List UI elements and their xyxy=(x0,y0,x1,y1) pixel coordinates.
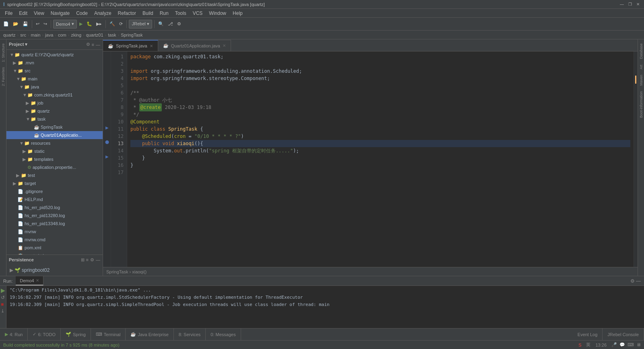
tab-quartz01app-close[interactable]: ✕ xyxy=(223,43,226,48)
config-dropdown[interactable]: Demo4 ▾ xyxy=(53,20,77,29)
tree-item-quartz-root[interactable]: ▼ 📁 quartz E:\Y2\Quartz\quartz xyxy=(6,51,103,59)
run-stop-button[interactable]: ■ xyxy=(1,302,5,307)
tree-item-job[interactable]: ▶ 📁 job xyxy=(6,99,103,107)
tree-item-target[interactable]: ▶ 📁 target xyxy=(6,179,103,187)
right-vtab-art[interactable]: Art xyxy=(638,62,644,72)
run-settings-icon[interactable]: ⚙ xyxy=(630,278,635,284)
maximize-button[interactable]: ❐ xyxy=(627,2,633,7)
menu-item-refactor[interactable]: Refactor xyxy=(115,10,139,17)
menu-item-build[interactable]: Build xyxy=(139,10,157,17)
tree-item-static[interactable]: ▶ 📁 static xyxy=(6,147,103,155)
tree-item-quartz-iml[interactable]: ▶ 📋 quartz.iml xyxy=(6,252,103,255)
settings-button[interactable]: ⚙ xyxy=(175,19,183,29)
search-button[interactable]: 🔍 xyxy=(157,19,165,29)
bc-src[interactable]: src xyxy=(20,33,26,37)
bc-quartz[interactable]: quartz xyxy=(3,33,16,37)
minimize-button[interactable]: — xyxy=(619,2,625,7)
rebuild-button[interactable]: ⟳ xyxy=(118,19,124,29)
tree-item-main[interactable]: ▼ 📁 main xyxy=(6,75,103,83)
menu-item-window[interactable]: Window xyxy=(206,10,229,17)
debug-button[interactable]: 🐛 xyxy=(85,19,94,29)
run-rerun-button[interactable]: ↺ xyxy=(1,295,5,300)
tree-item-com-zking[interactable]: ▼ 📁 com.zking.quartz01 xyxy=(6,91,103,99)
right-vtab-maven[interactable]: Maven xyxy=(638,72,644,88)
tree-item-templates[interactable]: ▶ 📁 templates xyxy=(6,155,103,163)
bc-com[interactable]: com xyxy=(58,33,66,37)
menu-item-edit[interactable]: Edit xyxy=(16,10,31,17)
tree-item-springtask[interactable]: ▶ ☕ SpringTask xyxy=(6,123,103,131)
tree-item-help-md[interactable]: ▶ 📝 HELP.md xyxy=(6,195,103,203)
monitor-icon[interactable]: 🖥 xyxy=(636,342,641,347)
gutter-11[interactable]: ▶ xyxy=(103,124,111,131)
tree-item-gitignore[interactable]: ▶ 📄 .gitignore xyxy=(6,187,103,195)
tree-item-log3[interactable]: ▶ 📄 hs_err_pid13348.log xyxy=(6,220,103,228)
bc-zking[interactable]: zking xyxy=(71,33,81,37)
bc-java[interactable]: java xyxy=(45,33,53,37)
new-file-button[interactable]: 📄 xyxy=(2,19,10,29)
project-close-icon[interactable]: — xyxy=(96,42,100,47)
tab-springtask[interactable]: ☕ SpringTask.java ✕ xyxy=(103,40,158,51)
vcs-button[interactable]: ⎇ xyxy=(166,19,175,29)
menu-item-tools[interactable]: Tools xyxy=(172,10,190,17)
menu-item-analyze[interactable]: Analyze xyxy=(91,10,115,17)
tab-quartz01app[interactable]: ☕ Quartz01Application.java ✕ xyxy=(158,40,231,51)
menu-item-file[interactable]: File xyxy=(2,10,16,17)
persistence-springboot02[interactable]: ▶ 🌱 springboot02 xyxy=(10,266,99,274)
save-button[interactable]: 💾 xyxy=(21,19,30,29)
run-play-button[interactable]: ▶ xyxy=(1,287,5,294)
right-vtab-boot[interactable]: Boot-information xyxy=(638,89,644,120)
bottom-tab-messages[interactable]: 0: Messages xyxy=(206,328,241,340)
tree-item-task[interactable]: ▼ 📁 task xyxy=(6,115,103,123)
persistence-icon3[interactable]: ⚙ xyxy=(90,257,94,263)
run-collapse-icon[interactable]: — xyxy=(636,278,641,284)
bottom-tab-terminal[interactable]: ⌨ Terminal xyxy=(91,328,126,340)
vtab-structure[interactable]: 1: Structure xyxy=(0,41,6,65)
bottom-tab-run[interactable]: ▶ 4: Run xyxy=(0,328,28,340)
tree-item-quartz-folder[interactable]: ▶ 📁 quartz xyxy=(6,107,103,115)
menu-item-code[interactable]: Code xyxy=(73,10,91,17)
run-coverage-button[interactable]: ▶▸ xyxy=(95,19,103,29)
tree-item-test[interactable]: ▶ 📁 test xyxy=(6,171,103,179)
tree-item-application-prop[interactable]: ▶ ⚙ application.propertie... xyxy=(6,163,103,171)
tab-springtask-close[interactable]: ✕ xyxy=(150,44,153,48)
bottom-tab-java-enterprise[interactable]: ☕ Java Enterprise xyxy=(126,328,173,340)
project-settings-icon[interactable]: ⚙ xyxy=(86,42,90,47)
keyboard-icon[interactable]: ⌨ xyxy=(627,342,634,347)
bottom-tab-jrebel-console[interactable]: JRebel Console xyxy=(603,328,644,340)
bc-springtask[interactable]: SpringTask xyxy=(121,33,142,37)
build-button[interactable]: 🔨 xyxy=(108,19,117,29)
run-scroll-icon[interactable]: ⤓ xyxy=(1,308,5,314)
tree-item-java[interactable]: ▼ 📁 java xyxy=(6,83,103,91)
vtab-favorites[interactable]: 2: Favorites xyxy=(0,65,6,88)
menu-item-navigate[interactable]: Navigate xyxy=(47,10,73,17)
run-button[interactable]: ▶ xyxy=(78,19,84,29)
editor-scrollbar[interactable] xyxy=(634,51,638,267)
jrebel-dropdown[interactable]: JRebel ▾ xyxy=(129,20,152,29)
menu-item-view[interactable]: View xyxy=(31,10,47,17)
bottom-tab-services[interactable]: 8: Services xyxy=(174,328,206,340)
right-vtab-database[interactable]: Database xyxy=(638,41,644,62)
bc-task[interactable]: task xyxy=(108,33,116,37)
close-button[interactable]: ✕ xyxy=(635,2,641,7)
redo-button[interactable]: ↪ xyxy=(42,19,49,29)
menu-item-vcs[interactable]: VCS xyxy=(190,10,206,17)
mic-icon[interactable]: 🎤 xyxy=(611,342,617,347)
tree-item-mvnw[interactable]: ▶ 📄 mvnw xyxy=(6,228,103,236)
open-button[interactable]: 📂 xyxy=(11,19,20,29)
tree-item-log1[interactable]: ▶ 📄 hs_err_pid520.log xyxy=(6,203,103,211)
chat-icon[interactable]: 💬 xyxy=(619,342,625,347)
menu-item-help[interactable]: Help xyxy=(229,10,246,17)
code-editor[interactable]: ▶ ⬤ ▶ 1 2 3 4 5 6 7 8 9 10 11 xyxy=(103,51,638,267)
tree-item-mvnw-cmd[interactable]: ▶ 📄 mvnw.cmd xyxy=(6,236,103,244)
bc-quartz01[interactable]: quartz01 xyxy=(86,33,103,37)
menu-item-run[interactable]: Run xyxy=(157,10,172,17)
persistence-icon4[interactable]: — xyxy=(96,257,100,262)
run-output[interactable]: "C:\Program Files\Java\jdk1.8.0_181\bin\… xyxy=(6,286,644,328)
run-tab-demo4[interactable]: Demo4 ✕ xyxy=(16,276,43,285)
undo-button[interactable]: ↩ xyxy=(34,19,41,29)
code-content[interactable]: package com.zking.quartz01.task; import … xyxy=(127,51,634,267)
tree-item-log2[interactable]: ▶ 📄 hs_err_pid13280.log xyxy=(6,211,103,220)
tree-item-resources[interactable]: ▼ 📁 resources xyxy=(6,139,103,147)
tree-item-src[interactable]: ▼ 📁 src xyxy=(6,67,103,75)
bottom-tab-event-log[interactable]: Event Log xyxy=(573,328,603,340)
